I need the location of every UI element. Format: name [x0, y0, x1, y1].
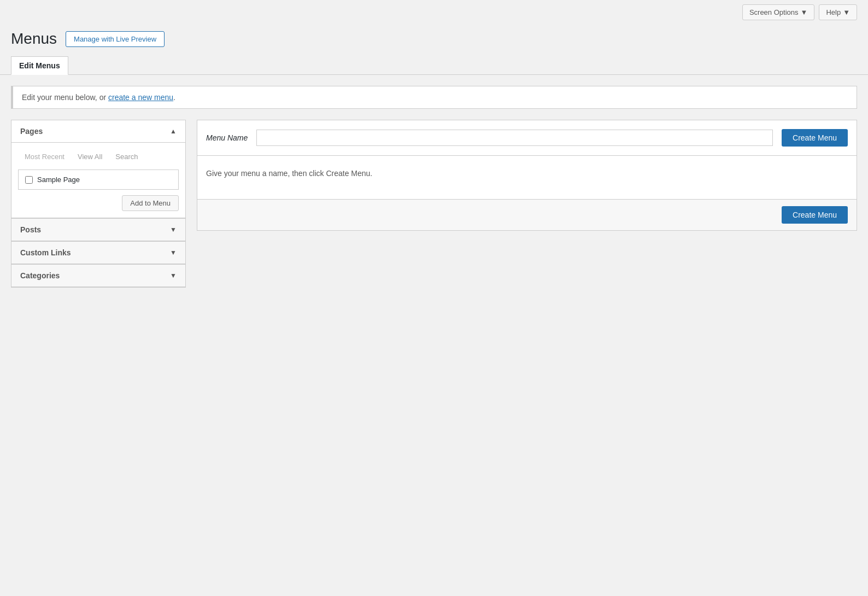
tab-most-recent[interactable]: Most Recent: [18, 149, 71, 164]
categories-accordion: Categories ▼: [11, 265, 186, 288]
add-to-menu-button[interactable]: Add to Menu: [122, 195, 179, 211]
screen-options-button[interactable]: Screen Options ▼: [742, 4, 814, 20]
posts-accordion-header[interactable]: Posts ▼: [11, 219, 185, 241]
custom-links-accordion: Custom Links ▼: [11, 242, 186, 265]
notice-bar: Edit your menu below, or create a new me…: [11, 86, 857, 109]
chevron-down-icon: ▼: [843, 8, 850, 16]
pages-accordion-header[interactable]: Pages ▲: [11, 120, 185, 143]
menu-bottom-section: Create Menu: [197, 200, 857, 231]
chevron-down-icon: ▼: [170, 272, 177, 279]
posts-accordion-title: Posts: [20, 225, 41, 234]
pages-list: Sample Page: [18, 170, 179, 190]
pages-accordion-body: Most Recent View All Search Sample Page: [11, 143, 185, 218]
custom-links-accordion-title: Custom Links: [20, 248, 71, 257]
tab-view-all-label: View All: [78, 153, 102, 161]
left-panel: Pages ▲ Most Recent View All Search: [11, 120, 186, 288]
pages-inner-tabs: Most Recent View All Search: [18, 149, 179, 164]
screen-options-label: Screen Options: [749, 8, 799, 16]
tabs-bar: Edit Menus: [0, 56, 868, 75]
notice-text-before: Edit your menu below, or: [22, 93, 108, 102]
sample-page-checkbox[interactable]: [25, 176, 33, 184]
create-new-menu-link[interactable]: create a new menu: [108, 93, 173, 102]
tab-search-label: Search: [115, 153, 138, 161]
pages-accordion-title: Pages: [20, 127, 43, 136]
tab-search[interactable]: Search: [109, 149, 144, 164]
create-menu-top-button[interactable]: Create Menu: [782, 129, 848, 147]
help-button[interactable]: Help ▼: [819, 4, 857, 20]
live-preview-button[interactable]: Manage with Live Preview: [66, 31, 165, 47]
chevron-down-icon: ▼: [170, 226, 177, 233]
main-content: Edit your menu below, or create a new me…: [0, 75, 868, 299]
menu-hint-text: Give your menu a name, then click Create…: [206, 169, 848, 178]
menu-name-label: Menu Name: [206, 133, 248, 142]
page-title: Menus: [11, 30, 57, 48]
menu-hint-section: Give your menu a name, then click Create…: [197, 156, 857, 200]
chevron-down-icon: ▼: [170, 249, 177, 256]
create-menu-bottom-button[interactable]: Create Menu: [782, 206, 848, 224]
posts-accordion: Posts ▼: [11, 219, 186, 242]
chevron-down-icon: ▼: [801, 8, 808, 16]
categories-accordion-title: Categories: [20, 271, 60, 280]
top-bar: Screen Options ▼ Help ▼: [0, 0, 868, 25]
add-to-menu-wrap: Add to Menu: [18, 195, 179, 211]
chevron-up-icon: ▲: [170, 127, 177, 135]
pages-accordion: Pages ▲ Most Recent View All Search: [11, 120, 186, 219]
menu-name-input[interactable]: [256, 130, 773, 146]
categories-accordion-header[interactable]: Categories ▼: [11, 265, 185, 287]
tab-view-all[interactable]: View All: [71, 149, 109, 164]
tab-edit-menus[interactable]: Edit Menus: [11, 56, 68, 75]
right-panel: Menu Name Create Menu Give your menu a n…: [197, 120, 857, 231]
custom-links-accordion-header[interactable]: Custom Links ▼: [11, 242, 185, 264]
help-label: Help: [826, 8, 841, 16]
notice-text-after: .: [173, 93, 175, 102]
columns-layout: Pages ▲ Most Recent View All Search: [11, 120, 857, 288]
tab-most-recent-label: Most Recent: [25, 153, 64, 161]
menu-name-section: Menu Name Create Menu: [197, 120, 857, 156]
page-list-item: Sample Page: [21, 172, 176, 187]
page-header: Menus Manage with Live Preview: [0, 25, 868, 56]
sample-page-label: Sample Page: [37, 176, 80, 184]
